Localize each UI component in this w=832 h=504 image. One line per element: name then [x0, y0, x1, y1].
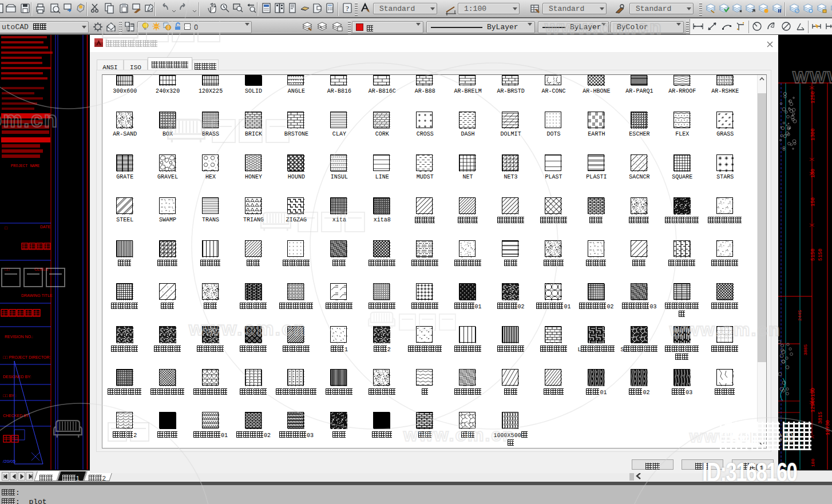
svg-text:3815: 3815 — [818, 411, 823, 424]
svg-text:PROJECT NAME: PROJECT NAME — [11, 164, 39, 168]
svg-text:□: □ — [5, 225, 7, 231]
svg-text:150: 150 — [810, 197, 816, 207]
svg-text:180: 180 — [810, 458, 815, 467]
svg-text:1250: 1250 — [810, 91, 816, 104]
svg-text:□□: □□ — [5, 267, 10, 271]
svg-text:CHECKED BY:: CHECKED BY: — [3, 414, 30, 418]
svg-text:3885: 3885 — [803, 344, 808, 355]
svg-text:5150: 5150 — [818, 248, 823, 261]
svg-text:5150: 5150 — [810, 248, 816, 261]
svg-text:CLIELB: CLIELB — [34, 267, 48, 271]
svg-text:12730: 12730 — [825, 420, 831, 435]
svg-text:DESIGNED BY:: DESIGNED BY: — [3, 375, 31, 379]
svg-text:1300: 1300 — [810, 128, 816, 141]
svg-text:2445: 2445 — [797, 310, 802, 321]
svg-text:REVISION NO.:: REVISION NO.: — [5, 335, 33, 339]
svg-text:DATE: DATE — [40, 225, 50, 229]
svg-text:/20/05: /20/05 — [3, 459, 16, 464]
svg-text:□□ PROJECT DIRECTOR:: □□ PROJECT DIRECTOR: — [3, 355, 50, 359]
svg-text:?: ? — [346, 4, 349, 13]
svg-text:DRAWING TITLE: DRAWING TITLE — [21, 293, 53, 297]
